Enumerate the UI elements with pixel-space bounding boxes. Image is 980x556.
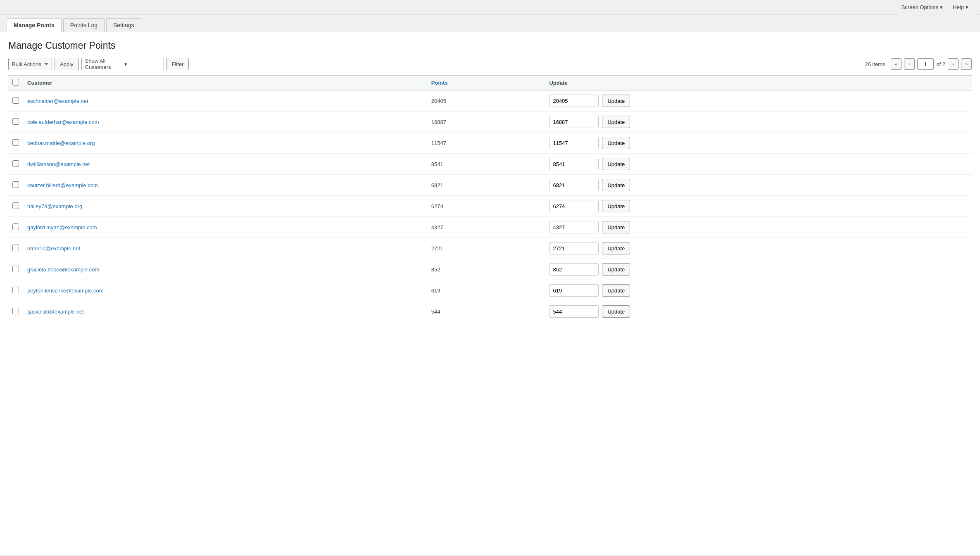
customer-email-link[interactable]: hailey78@example.org: [27, 203, 82, 209]
row-checkbox[interactable]: [12, 245, 19, 251]
row-checkbox[interactable]: [12, 97, 19, 104]
update-button[interactable]: Update: [602, 158, 630, 170]
points-input[interactable]: [549, 263, 599, 276]
main-content: Manage Customer Points Bulk Actions Appl…: [0, 32, 980, 555]
update-controls: Update: [549, 305, 968, 318]
help-label: Help: [953, 4, 964, 10]
customer-email-link[interactable]: bednar.mattie@example.org: [27, 140, 95, 146]
points-cell: 16887: [427, 112, 545, 133]
prev-page-button[interactable]: ‹: [904, 58, 915, 70]
customer-email-link[interactable]: cole.aufderhar@example.com: [27, 119, 99, 125]
update-cell: Update: [545, 154, 972, 175]
points-input[interactable]: [549, 95, 599, 107]
update-cell: Update: [545, 217, 972, 238]
points-input[interactable]: [549, 116, 599, 128]
show-all-customers-dropdown[interactable]: Show All Customers ▾: [81, 58, 164, 70]
tab-points-log[interactable]: Points Log: [63, 18, 105, 32]
row-checkbox[interactable]: [12, 202, 19, 209]
points-input[interactable]: [549, 158, 599, 170]
points-input[interactable]: [549, 284, 599, 297]
row-checkbox-cell[interactable]: [8, 217, 23, 238]
tab-settings[interactable]: Settings: [106, 18, 141, 32]
row-checkbox[interactable]: [12, 266, 19, 272]
customer-email-link[interactable]: omer10@example.net: [27, 245, 80, 252]
row-checkbox-cell[interactable]: [8, 238, 23, 259]
screen-options-button[interactable]: Screen Options ▾: [897, 0, 948, 15]
customer-cell: omer10@example.net: [23, 238, 427, 259]
customer-cell: eschneider@example.net: [23, 90, 427, 112]
page-number-input[interactable]: [917, 58, 934, 70]
select-all-checkbox[interactable]: [12, 79, 19, 86]
update-button[interactable]: Update: [602, 221, 630, 233]
update-button[interactable]: Update: [602, 263, 630, 276]
customer-email-link[interactable]: graciela.bosco@example.com: [27, 266, 99, 273]
toolbar: Bulk Actions Apply Show All Customers ▾ …: [8, 58, 972, 70]
next-page-button[interactable]: ›: [948, 58, 959, 70]
select-all-header[interactable]: [8, 76, 23, 90]
points-input[interactable]: [549, 305, 599, 318]
table-row: dwilliamson@example.net 8541 Update: [8, 154, 972, 175]
row-checkbox-cell[interactable]: [8, 175, 23, 196]
points-input[interactable]: [549, 242, 599, 254]
update-button[interactable]: Update: [602, 179, 630, 191]
update-cell: Update: [545, 196, 972, 217]
row-checkbox-cell[interactable]: [8, 301, 23, 322]
apply-button[interactable]: Apply: [55, 58, 79, 70]
pagination-toolbar: 26 items « ‹ of 2 › »: [865, 58, 972, 70]
update-button[interactable]: Update: [602, 284, 630, 297]
last-page-button[interactable]: »: [961, 58, 972, 70]
points-input[interactable]: [549, 179, 599, 191]
customers-table: Customer Points Update eschneider@exampl…: [8, 75, 972, 322]
row-checkbox[interactable]: [12, 308, 19, 314]
points-input[interactable]: [549, 221, 599, 233]
update-button[interactable]: Update: [602, 137, 630, 149]
row-checkbox[interactable]: [12, 160, 19, 167]
row-checkbox-cell[interactable]: [8, 112, 23, 133]
row-checkbox[interactable]: [12, 139, 19, 146]
top-bar: Screen Options ▾ Help ▾: [0, 0, 980, 15]
row-checkbox[interactable]: [12, 287, 19, 293]
row-checkbox[interactable]: [12, 181, 19, 188]
points-value: 11547: [431, 140, 446, 146]
row-checkbox-cell[interactable]: [8, 196, 23, 217]
row-checkbox-cell[interactable]: [8, 133, 23, 154]
bulk-actions-select[interactable]: Bulk Actions: [8, 58, 52, 70]
update-button[interactable]: Update: [602, 242, 630, 254]
points-value: 544: [431, 309, 440, 315]
update-button[interactable]: Update: [602, 95, 630, 107]
points-cell: 8541: [427, 154, 545, 175]
row-checkbox-cell[interactable]: [8, 259, 23, 280]
points-cell: 544: [427, 301, 545, 322]
row-checkbox[interactable]: [12, 118, 19, 125]
customer-email-link[interactable]: gaylord.myah@example.com: [27, 224, 97, 230]
customer-email-link[interactable]: eschneider@example.net: [27, 98, 88, 104]
update-cell: Update: [545, 133, 972, 154]
update-button[interactable]: Update: [602, 200, 630, 212]
points-input[interactable]: [549, 200, 599, 212]
points-column-header[interactable]: Points: [427, 76, 545, 90]
first-page-button[interactable]: «: [891, 58, 902, 70]
customer-column-header: Customer: [23, 76, 427, 90]
update-cell: Update: [545, 238, 972, 259]
update-button[interactable]: Update: [602, 116, 630, 128]
points-sort-link[interactable]: Points: [431, 80, 448, 86]
row-checkbox-cell[interactable]: [8, 90, 23, 112]
help-button[interactable]: Help ▾: [948, 0, 973, 15]
row-checkbox[interactable]: [12, 223, 19, 230]
table-row: peyton.leuschke@example.com 619 Update: [8, 280, 972, 301]
points-value: 16887: [431, 119, 446, 125]
customer-email-link[interactable]: peyton.leuschke@example.com: [27, 288, 103, 294]
table-row: tjaskolski@example.net 544 Update: [8, 301, 972, 322]
row-checkbox-cell[interactable]: [8, 280, 23, 301]
tab-manage-points[interactable]: Manage Points: [7, 18, 62, 32]
customer-email-link[interactable]: dwilliamson@example.net: [27, 161, 90, 167]
customer-email-link[interactable]: tjaskolski@example.net: [27, 309, 84, 315]
update-button[interactable]: Update: [602, 305, 630, 318]
customer-email-link[interactable]: kautzer.hillard@example.com: [27, 182, 98, 188]
row-checkbox-cell[interactable]: [8, 154, 23, 175]
filter-button[interactable]: Filter: [167, 58, 189, 70]
points-value: 4327: [431, 224, 443, 230]
points-input[interactable]: [549, 137, 599, 149]
screen-options-chevron: ▾: [940, 4, 943, 10]
update-cell: Update: [545, 112, 972, 133]
